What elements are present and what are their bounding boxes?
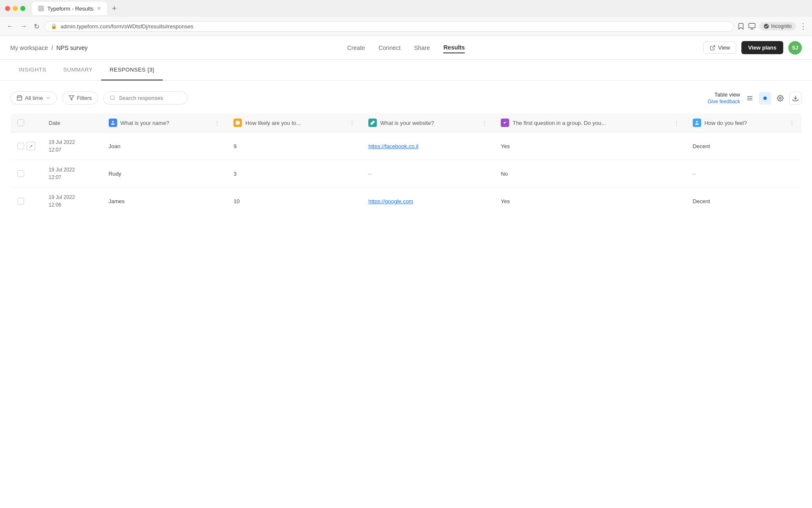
chevron-down-icon — [46, 95, 51, 100]
svg-point-15 — [112, 121, 114, 123]
browser-tab[interactable]: Typeform - Results ✕ — [32, 2, 107, 15]
row3-website-cell: https://google.com — [362, 188, 494, 215]
view-plans-button[interactable]: View plans — [741, 41, 783, 54]
filter-icon — [69, 95, 74, 101]
workspace-link[interactable]: My workspace — [10, 44, 48, 51]
row1-checkbox[interactable] — [17, 143, 24, 149]
tab-insights[interactable]: INSIGHTS — [10, 60, 55, 80]
table-row: 19 Jul 2022 12:06 James 10 https://googl… — [11, 188, 802, 215]
form-name: NPS survey — [56, 44, 88, 51]
row3-name-cell: James — [102, 188, 227, 215]
table-view-button[interactable] — [759, 92, 771, 105]
row2-name-cell: Rudy — [102, 160, 227, 188]
address-bar[interactable]: 🔒 admin.typeform.com/form/sWDtsfDj/resul… — [44, 21, 734, 32]
header-actions: View View plans SJ — [604, 41, 802, 55]
refresh-button[interactable]: ↻ — [32, 21, 41, 32]
nav-results[interactable]: Results — [443, 42, 465, 53]
view-controls — [743, 92, 802, 105]
name-col-label: What is your name? — [121, 120, 170, 126]
row2-date-cell: 19 Jul 2022 12:07 — [42, 160, 102, 188]
browser-menu-icon[interactable]: ⋮ — [799, 22, 807, 31]
breadcrumb-separator: / — [51, 44, 53, 51]
back-button[interactable]: ← — [5, 21, 15, 32]
search-icon — [110, 95, 115, 101]
nav-share[interactable]: Share — [414, 43, 430, 53]
select-all-checkbox[interactable] — [17, 119, 24, 126]
nav-create[interactable]: Create — [347, 43, 365, 53]
close-dot[interactable] — [5, 6, 10, 11]
give-feedback-link[interactable]: Give feedback — [708, 99, 740, 105]
time-filter-button[interactable]: All time — [10, 91, 57, 105]
search-box[interactable] — [103, 91, 188, 105]
tab-favicon — [38, 6, 44, 11]
website-col-label: What is your website? — [380, 120, 434, 126]
group-q-column-header: The first question in a group. Do you...… — [494, 113, 686, 133]
row2-feel-dash: – — [693, 171, 696, 177]
forward-button[interactable]: → — [19, 21, 29, 32]
score-col-menu-icon[interactable]: ⋮ — [349, 120, 355, 126]
website-column-header: What is your website? ⋮ — [362, 113, 494, 133]
row2-feel-cell: – — [686, 160, 802, 188]
row2-select-cell — [11, 160, 42, 188]
nav-connect[interactable]: Connect — [379, 43, 401, 53]
feel-col-menu-icon[interactable]: ⋮ — [789, 120, 795, 126]
browser-nav: ← → ↻ 🔒 admin.typeform.com/form/sWDtsfDj… — [0, 17, 812, 36]
toolbar-left: All time Filters — [10, 91, 188, 105]
row2-date: 19 Jul 2022 12:07 — [49, 166, 95, 181]
bookmark-icon[interactable] — [737, 22, 745, 30]
score-column-header: How likely are you to... ⋮ — [227, 113, 362, 133]
tab-responses[interactable]: RESPONSES [3] — [101, 60, 162, 80]
filters-button[interactable]: Filters — [62, 91, 98, 105]
tab-summary[interactable]: SUMMARY — [55, 60, 101, 80]
table-row: 19 Jul 2022 12:07 Rudy 3 – No – — [11, 160, 802, 188]
name-col-menu-icon[interactable]: ⋮ — [214, 120, 220, 126]
row1-expand-icon[interactable]: ↗ — [27, 142, 35, 150]
calendar-icon — [16, 95, 22, 101]
search-input[interactable] — [119, 95, 178, 101]
row1-group-q-cell: Yes — [494, 133, 686, 160]
row3-date: 19 Jul 2022 12:06 — [49, 193, 95, 209]
responses-table: Date What is your name? ⋮ — [10, 113, 802, 215]
svg-point-17 — [696, 121, 698, 123]
nav-controls: Incognito ⋮ — [737, 22, 807, 31]
view-button-label: View — [718, 44, 730, 51]
svg-point-12 — [763, 97, 767, 100]
list-view-button[interactable] — [743, 92, 756, 105]
row1-score-cell: 9 — [227, 133, 362, 160]
settings-button[interactable] — [774, 92, 787, 105]
incognito-label: Incognito — [771, 23, 792, 29]
website-col-menu-icon[interactable]: ⋮ — [482, 120, 487, 126]
maximize-dot[interactable] — [20, 6, 25, 11]
table-body: ↗ 19 Jul 2022 12:07 Joan 9 https://faceb… — [11, 133, 802, 215]
minimize-dot[interactable] — [13, 6, 18, 11]
extension-icon[interactable] — [748, 22, 756, 30]
row3-checkbox[interactable] — [17, 198, 24, 204]
row2-website-cell: – — [362, 160, 494, 188]
view-button[interactable]: View — [703, 41, 736, 54]
row3-feel-cell: Decent — [686, 188, 802, 215]
svg-point-7 — [110, 96, 114, 99]
avatar: SJ — [788, 41, 802, 55]
website-col-icon — [368, 119, 377, 127]
group-q-col-menu-icon[interactable]: ⋮ — [674, 120, 679, 126]
filters-label: Filters — [77, 95, 92, 101]
row3-select-cell — [11, 188, 42, 215]
row1-select-cell: ↗ — [11, 133, 42, 160]
date-col-label: Date — [49, 120, 60, 126]
row2-checkbox[interactable] — [17, 170, 24, 177]
row3-website-link[interactable]: https://google.com — [368, 198, 413, 204]
row2-website-dash: – — [368, 171, 371, 177]
select-all-header[interactable] — [11, 113, 42, 133]
app-header: My workspace / NPS survey Create Connect… — [0, 36, 812, 60]
lock-icon: 🔒 — [51, 23, 57, 29]
download-button[interactable] — [789, 92, 802, 105]
toolbar-right-group: Table view Give feedback — [708, 91, 740, 105]
new-tab-button[interactable]: + — [112, 4, 117, 13]
sub-tabs: INSIGHTS SUMMARY RESPONSES [3] — [0, 60, 812, 81]
row1-website-link[interactable]: https://facebook.co.il — [368, 143, 419, 149]
tab-close-icon[interactable]: ✕ — [97, 6, 101, 11]
incognito-badge: Incognito — [759, 22, 796, 30]
score-col-icon — [233, 119, 242, 127]
date-column-header: Date — [42, 113, 102, 133]
group-q-col-icon — [501, 119, 509, 127]
